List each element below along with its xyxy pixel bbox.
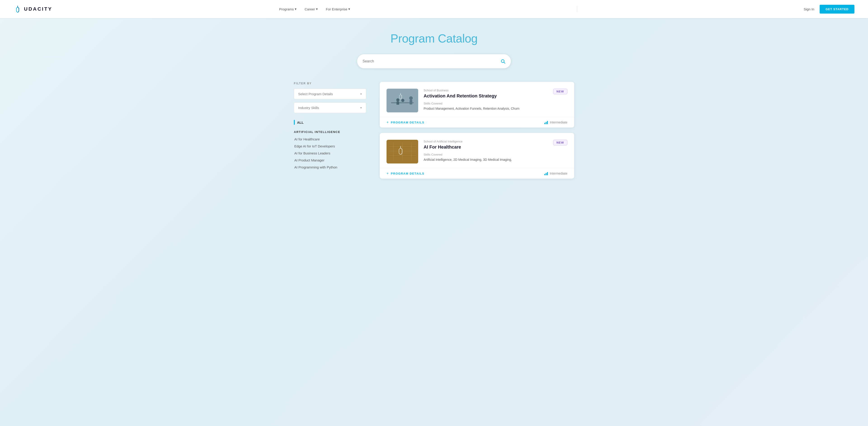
school-label-activation: School of Business bbox=[424, 89, 548, 92]
card-thumbnail-ai-healthcare bbox=[386, 140, 418, 163]
card-bottom-activation: + PROGRAM DETAILS Intermediate bbox=[380, 117, 574, 127]
all-category-bar bbox=[294, 120, 295, 125]
business-thumbnail-image bbox=[386, 89, 418, 112]
school-label-ai-healthcare: School of Artificial Intelligence bbox=[424, 140, 548, 143]
cat-item-ai-business[interactable]: AI for Business Leaders bbox=[294, 151, 366, 155]
program-details-link-activation[interactable]: + PROGRAM DETAILS bbox=[386, 120, 425, 124]
level-indicator-ai-healthcare: Intermediate bbox=[544, 172, 567, 175]
chevron-down-icon: ▾ bbox=[348, 7, 350, 11]
all-category-label: ALL bbox=[297, 121, 304, 124]
search-container bbox=[294, 54, 574, 68]
chevron-down-icon: ▾ bbox=[360, 106, 362, 110]
level-indicator-activation: Intermediate bbox=[544, 121, 567, 124]
cat-item-ai-healthcare[interactable]: AI for Healthcare bbox=[294, 137, 366, 141]
sign-in-link[interactable]: Sign In bbox=[804, 7, 814, 11]
level-text-activation: Intermediate bbox=[550, 121, 567, 124]
logo[interactable]: UDACITY bbox=[13, 5, 53, 13]
industry-skills-label: Industry Skills bbox=[298, 106, 319, 110]
select-program-details-label: Select Program Details bbox=[298, 92, 333, 96]
card-info-ai-healthcare: School of Artificial Intelligence AI For… bbox=[424, 140, 548, 162]
level-bars-icon bbox=[544, 121, 548, 124]
ai-section-title: ARTIFICIAL INTELLIGENCE bbox=[294, 130, 366, 134]
page-title: Program Catalog bbox=[294, 32, 574, 45]
svg-rect-5 bbox=[410, 100, 412, 104]
plus-icon: + bbox=[386, 120, 389, 124]
card-bottom-ai-healthcare: + PROGRAM DETAILS Intermediate bbox=[380, 168, 574, 179]
program-card-ai-healthcare: School of Artificial Intelligence AI For… bbox=[380, 133, 574, 179]
chevron-down-icon: ▾ bbox=[316, 7, 318, 11]
search-icon bbox=[500, 59, 505, 64]
cat-item-ai-pm[interactable]: AI Product Manager bbox=[294, 158, 366, 162]
nav-career[interactable]: Career ▾ bbox=[305, 7, 318, 11]
new-badge-activation: NEW bbox=[553, 89, 567, 94]
nav-divider bbox=[577, 6, 577, 12]
search-button[interactable] bbox=[500, 59, 505, 64]
card-top-activation: School of Business Activation And Retent… bbox=[380, 82, 574, 117]
cards-area: School of Business Activation And Retent… bbox=[380, 82, 574, 184]
chevron-down-icon: ▾ bbox=[360, 92, 362, 96]
select-program-details-dropdown[interactable]: Select Program Details ▾ bbox=[294, 89, 366, 99]
card-title-ai-healthcare: AI For Healthcare bbox=[424, 145, 548, 150]
filter-by-label: FILTER BY bbox=[294, 82, 366, 85]
svg-point-8 bbox=[401, 99, 404, 102]
bar1 bbox=[544, 123, 545, 124]
industry-skills-dropdown[interactable]: Industry Skills ▾ bbox=[294, 102, 366, 113]
svg-rect-7 bbox=[397, 101, 399, 105]
search-box bbox=[357, 54, 511, 68]
program-details-label-activation: PROGRAM DETAILS bbox=[391, 121, 425, 124]
get-started-button[interactable]: GET STARTED bbox=[819, 5, 855, 13]
bar2 bbox=[546, 173, 547, 175]
svg-point-4 bbox=[409, 96, 413, 100]
svg-line-1 bbox=[504, 62, 505, 63]
level-text-ai-healthcare: Intermediate bbox=[550, 172, 567, 175]
chevron-down-icon: ▾ bbox=[295, 7, 297, 11]
udacity-logo-icon bbox=[13, 5, 22, 13]
skills-label-ai-healthcare: Skills Covered bbox=[424, 153, 548, 156]
skills-text-ai-healthcare: Artificial Intelligence, 2D Medical Imag… bbox=[424, 157, 548, 162]
program-card-activation: School of Business Activation And Retent… bbox=[380, 82, 574, 127]
logo-text: UDACITY bbox=[24, 6, 53, 12]
new-badge-ai-healthcare: NEW bbox=[553, 140, 567, 145]
plus-icon: + bbox=[386, 172, 389, 176]
sidebar: FILTER BY Select Program Details ▾ Indus… bbox=[294, 82, 366, 184]
card-info-activation: School of Business Activation And Retent… bbox=[424, 89, 548, 111]
nav-enterprise[interactable]: For Enterprise ▾ bbox=[326, 7, 350, 11]
main-layout: FILTER BY Select Program Details ▾ Indus… bbox=[294, 82, 574, 184]
program-details-label-ai-healthcare: PROGRAM DETAILS bbox=[391, 172, 425, 175]
svg-point-6 bbox=[396, 98, 399, 101]
skills-label-activation: Skills Covered bbox=[424, 102, 548, 105]
bar1 bbox=[544, 174, 545, 175]
card-title-activation: Activation And Retention Strategy bbox=[424, 93, 548, 99]
card-top-ai-healthcare: School of Artificial Intelligence AI For… bbox=[380, 133, 574, 168]
level-bars-icon bbox=[544, 172, 548, 175]
category-section-ai: ARTIFICIAL INTELLIGENCE AI for Healthcar… bbox=[294, 130, 366, 169]
cat-item-edge-ai[interactable]: Edge AI for IoT Developers bbox=[294, 144, 366, 148]
all-category-item[interactable]: ALL bbox=[294, 120, 366, 125]
nav-right: Sign In GET STARTED bbox=[804, 5, 855, 13]
bar3 bbox=[547, 121, 548, 124]
page-content: Program Catalog FILTER BY Select Program… bbox=[276, 18, 592, 202]
card-thumbnail-activation bbox=[386, 89, 418, 112]
main-nav: Programs ▾ Career ▾ For Enterprise ▾ bbox=[279, 7, 350, 11]
search-input[interactable] bbox=[363, 59, 500, 63]
cat-item-ai-python[interactable]: AI Programming with Python bbox=[294, 165, 366, 169]
category-nav: ALL ARTIFICIAL INTELLIGENCE AI for Healt… bbox=[294, 120, 366, 169]
program-details-link-ai-healthcare[interactable]: + PROGRAM DETAILS bbox=[386, 172, 425, 176]
ai-thumbnail-image bbox=[386, 140, 418, 163]
header: UDACITY Programs ▾ Career ▾ For Enterpri… bbox=[0, 0, 868, 18]
skills-text-activation: Product Management, Activation Funnels, … bbox=[424, 106, 548, 111]
bar2 bbox=[546, 122, 547, 124]
bar3 bbox=[547, 172, 548, 175]
nav-programs[interactable]: Programs ▾ bbox=[279, 7, 297, 11]
